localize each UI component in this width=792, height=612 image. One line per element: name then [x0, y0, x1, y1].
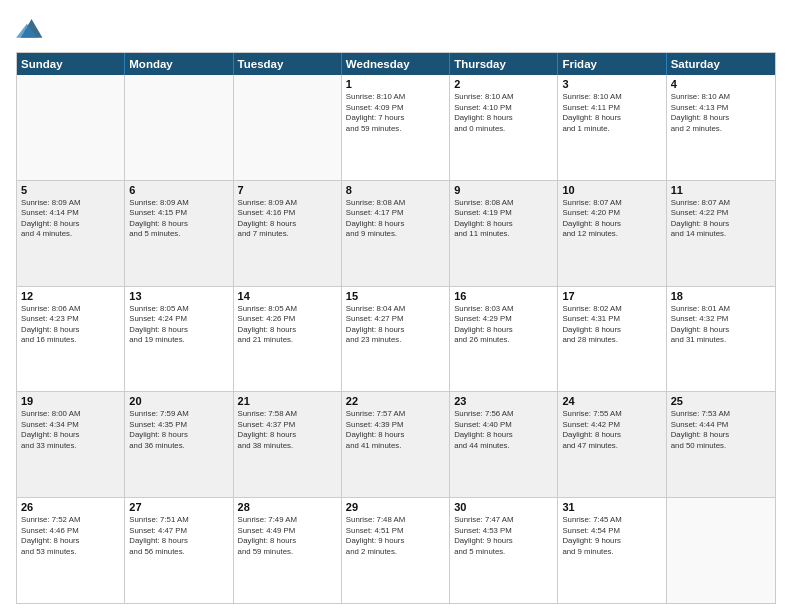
calendar-cell [17, 75, 125, 180]
cell-info: Sunrise: 7:49 AM Sunset: 4:49 PM Dayligh… [238, 515, 337, 557]
cell-day-number: 18 [671, 290, 771, 302]
calendar-cell: 25Sunrise: 7:53 AM Sunset: 4:44 PM Dayli… [667, 392, 775, 497]
calendar-row: 12Sunrise: 8:06 AM Sunset: 4:23 PM Dayli… [17, 286, 775, 392]
calendar-cell: 15Sunrise: 8:04 AM Sunset: 4:27 PM Dayli… [342, 287, 450, 392]
calendar-cell: 2Sunrise: 8:10 AM Sunset: 4:10 PM Daylig… [450, 75, 558, 180]
cell-info: Sunrise: 8:09 AM Sunset: 4:15 PM Dayligh… [129, 198, 228, 240]
cell-info: Sunrise: 7:55 AM Sunset: 4:42 PM Dayligh… [562, 409, 661, 451]
cell-info: Sunrise: 8:08 AM Sunset: 4:17 PM Dayligh… [346, 198, 445, 240]
logo-icon [16, 16, 44, 44]
calendar-cell: 1Sunrise: 8:10 AM Sunset: 4:09 PM Daylig… [342, 75, 450, 180]
calendar: SundayMondayTuesdayWednesdayThursdayFrid… [16, 52, 776, 604]
cell-day-number: 16 [454, 290, 553, 302]
cell-info: Sunrise: 8:00 AM Sunset: 4:34 PM Dayligh… [21, 409, 120, 451]
cell-info: Sunrise: 8:07 AM Sunset: 4:22 PM Dayligh… [671, 198, 771, 240]
cell-info: Sunrise: 8:01 AM Sunset: 4:32 PM Dayligh… [671, 304, 771, 346]
calendar-cell: 3Sunrise: 8:10 AM Sunset: 4:11 PM Daylig… [558, 75, 666, 180]
cell-info: Sunrise: 7:45 AM Sunset: 4:54 PM Dayligh… [562, 515, 661, 557]
cell-info: Sunrise: 8:07 AM Sunset: 4:20 PM Dayligh… [562, 198, 661, 240]
cell-info: Sunrise: 8:03 AM Sunset: 4:29 PM Dayligh… [454, 304, 553, 346]
calendar-cell: 13Sunrise: 8:05 AM Sunset: 4:24 PM Dayli… [125, 287, 233, 392]
calendar-cell: 14Sunrise: 8:05 AM Sunset: 4:26 PM Dayli… [234, 287, 342, 392]
cell-day-number: 12 [21, 290, 120, 302]
weekday-header: Thursday [450, 53, 558, 75]
cell-info: Sunrise: 7:57 AM Sunset: 4:39 PM Dayligh… [346, 409, 445, 451]
calendar-cell: 26Sunrise: 7:52 AM Sunset: 4:46 PM Dayli… [17, 498, 125, 603]
cell-day-number: 8 [346, 184, 445, 196]
calendar-row: 1Sunrise: 8:10 AM Sunset: 4:09 PM Daylig… [17, 75, 775, 180]
cell-info: Sunrise: 8:02 AM Sunset: 4:31 PM Dayligh… [562, 304, 661, 346]
cell-info: Sunrise: 7:47 AM Sunset: 4:53 PM Dayligh… [454, 515, 553, 557]
cell-day-number: 19 [21, 395, 120, 407]
cell-info: Sunrise: 8:10 AM Sunset: 4:13 PM Dayligh… [671, 92, 771, 134]
weekday-header: Wednesday [342, 53, 450, 75]
cell-day-number: 13 [129, 290, 228, 302]
cell-info: Sunrise: 8:06 AM Sunset: 4:23 PM Dayligh… [21, 304, 120, 346]
calendar-cell: 16Sunrise: 8:03 AM Sunset: 4:29 PM Dayli… [450, 287, 558, 392]
cell-day-number: 7 [238, 184, 337, 196]
cell-info: Sunrise: 8:05 AM Sunset: 4:26 PM Dayligh… [238, 304, 337, 346]
calendar-cell [234, 75, 342, 180]
cell-day-number: 23 [454, 395, 553, 407]
calendar-cell: 28Sunrise: 7:49 AM Sunset: 4:49 PM Dayli… [234, 498, 342, 603]
cell-day-number: 11 [671, 184, 771, 196]
cell-day-number: 30 [454, 501, 553, 513]
calendar-header: SundayMondayTuesdayWednesdayThursdayFrid… [17, 53, 775, 75]
cell-info: Sunrise: 7:51 AM Sunset: 4:47 PM Dayligh… [129, 515, 228, 557]
page: SundayMondayTuesdayWednesdayThursdayFrid… [0, 0, 792, 612]
calendar-cell: 30Sunrise: 7:47 AM Sunset: 4:53 PM Dayli… [450, 498, 558, 603]
cell-info: Sunrise: 7:53 AM Sunset: 4:44 PM Dayligh… [671, 409, 771, 451]
calendar-cell: 31Sunrise: 7:45 AM Sunset: 4:54 PM Dayli… [558, 498, 666, 603]
cell-day-number: 20 [129, 395, 228, 407]
cell-day-number: 29 [346, 501, 445, 513]
header [16, 16, 776, 44]
calendar-cell: 9Sunrise: 8:08 AM Sunset: 4:19 PM Daylig… [450, 181, 558, 286]
cell-day-number: 24 [562, 395, 661, 407]
weekday-header: Tuesday [234, 53, 342, 75]
calendar-cell: 22Sunrise: 7:57 AM Sunset: 4:39 PM Dayli… [342, 392, 450, 497]
cell-info: Sunrise: 7:48 AM Sunset: 4:51 PM Dayligh… [346, 515, 445, 557]
cell-day-number: 25 [671, 395, 771, 407]
cell-day-number: 9 [454, 184, 553, 196]
cell-day-number: 10 [562, 184, 661, 196]
cell-info: Sunrise: 8:08 AM Sunset: 4:19 PM Dayligh… [454, 198, 553, 240]
logo [16, 16, 46, 44]
calendar-cell: 7Sunrise: 8:09 AM Sunset: 4:16 PM Daylig… [234, 181, 342, 286]
calendar-cell: 19Sunrise: 8:00 AM Sunset: 4:34 PM Dayli… [17, 392, 125, 497]
cell-info: Sunrise: 7:59 AM Sunset: 4:35 PM Dayligh… [129, 409, 228, 451]
calendar-cell: 6Sunrise: 8:09 AM Sunset: 4:15 PM Daylig… [125, 181, 233, 286]
cell-day-number: 3 [562, 78, 661, 90]
cell-day-number: 4 [671, 78, 771, 90]
cell-info: Sunrise: 8:10 AM Sunset: 4:11 PM Dayligh… [562, 92, 661, 134]
cell-day-number: 28 [238, 501, 337, 513]
calendar-cell: 5Sunrise: 8:09 AM Sunset: 4:14 PM Daylig… [17, 181, 125, 286]
cell-day-number: 31 [562, 501, 661, 513]
calendar-cell: 27Sunrise: 7:51 AM Sunset: 4:47 PM Dayli… [125, 498, 233, 603]
calendar-row: 5Sunrise: 8:09 AM Sunset: 4:14 PM Daylig… [17, 180, 775, 286]
cell-day-number: 2 [454, 78, 553, 90]
cell-day-number: 14 [238, 290, 337, 302]
calendar-cell: 21Sunrise: 7:58 AM Sunset: 4:37 PM Dayli… [234, 392, 342, 497]
calendar-cell: 12Sunrise: 8:06 AM Sunset: 4:23 PM Dayli… [17, 287, 125, 392]
calendar-row: 19Sunrise: 8:00 AM Sunset: 4:34 PM Dayli… [17, 391, 775, 497]
cell-info: Sunrise: 8:09 AM Sunset: 4:16 PM Dayligh… [238, 198, 337, 240]
cell-day-number: 21 [238, 395, 337, 407]
cell-info: Sunrise: 8:04 AM Sunset: 4:27 PM Dayligh… [346, 304, 445, 346]
cell-day-number: 6 [129, 184, 228, 196]
cell-day-number: 15 [346, 290, 445, 302]
cell-info: Sunrise: 7:58 AM Sunset: 4:37 PM Dayligh… [238, 409, 337, 451]
weekday-header: Sunday [17, 53, 125, 75]
calendar-cell [667, 498, 775, 603]
calendar-cell: 20Sunrise: 7:59 AM Sunset: 4:35 PM Dayli… [125, 392, 233, 497]
weekday-header: Monday [125, 53, 233, 75]
calendar-cell: 8Sunrise: 8:08 AM Sunset: 4:17 PM Daylig… [342, 181, 450, 286]
cell-day-number: 17 [562, 290, 661, 302]
cell-info: Sunrise: 8:05 AM Sunset: 4:24 PM Dayligh… [129, 304, 228, 346]
calendar-cell [125, 75, 233, 180]
cell-day-number: 26 [21, 501, 120, 513]
cell-day-number: 1 [346, 78, 445, 90]
cell-day-number: 5 [21, 184, 120, 196]
cell-day-number: 27 [129, 501, 228, 513]
calendar-cell: 29Sunrise: 7:48 AM Sunset: 4:51 PM Dayli… [342, 498, 450, 603]
cell-info: Sunrise: 7:52 AM Sunset: 4:46 PM Dayligh… [21, 515, 120, 557]
